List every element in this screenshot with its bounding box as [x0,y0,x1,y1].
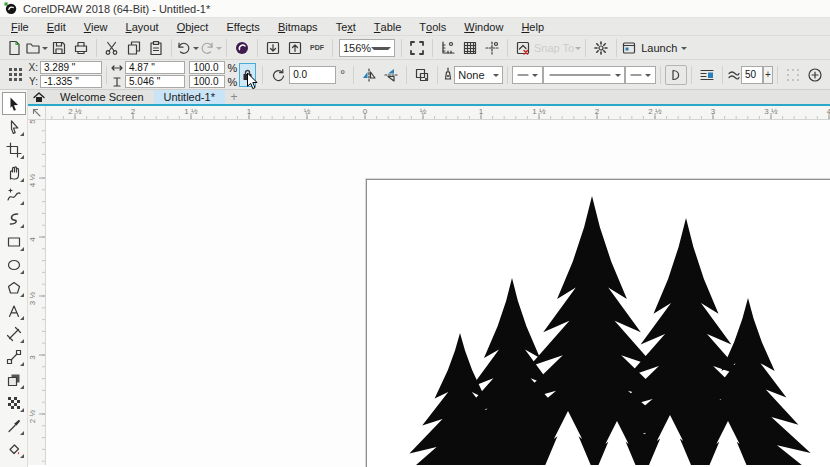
publish-pdf-button[interactable]: PDF [306,37,328,59]
object-width-field[interactable]: 4.87 " [125,61,185,74]
tool-text[interactable] [2,299,26,322]
end-arrowhead-caret[interactable] [645,74,651,80]
paste-button[interactable] [145,37,167,59]
print-button[interactable] [70,37,92,59]
options-button[interactable] [590,37,612,59]
object-height-field[interactable]: 5.046 " [125,75,185,88]
tool-pick[interactable] [2,92,26,115]
svg-text:3 ½: 3 ½ [764,107,778,116]
scale-y-field[interactable]: 100.0 [189,75,225,88]
copy-button[interactable] [123,37,145,59]
outline-width-select[interactable]: None [454,66,503,84]
line-style-caret[interactable] [615,74,621,80]
tool-artistic-media[interactable] [2,207,26,230]
undo-button[interactable] [176,37,199,59]
tool-interactive-fill[interactable] [2,437,26,460]
menu-text[interactable]: Text [327,18,365,35]
svg-text:2 ½: 2 ½ [648,107,662,116]
fullscreen-preview-button[interactable] [406,37,428,59]
tool-shape[interactable] [2,115,26,138]
ruler-origin-button[interactable] [28,106,46,119]
toolbar-separator [257,39,258,57]
menu-tools[interactable]: Tools [410,18,455,35]
outline-width-caret[interactable] [493,74,499,80]
menu-help[interactable]: Help [512,18,553,35]
document-area: Welcome Screen Untitled-1* + 2 ½21 ½1½0½… [28,90,830,467]
mirror-vertical-button[interactable] [380,64,402,86]
new-document-button[interactable] [3,37,25,59]
launch-caret[interactable] [681,47,687,53]
menu-table[interactable]: Table [365,18,411,35]
new-tab-button[interactable]: + [225,90,243,104]
save-button[interactable] [48,37,70,59]
menu-object[interactable]: Object [168,18,218,35]
tool-crop[interactable] [2,138,26,161]
horizontal-ruler[interactable]: 2 ½21 ½1½0½11 ½22 ½33 ½4 [46,106,830,119]
perspective-button[interactable] [782,64,804,86]
close-curve-button[interactable] [665,65,687,85]
tool-transparency[interactable] [2,391,26,414]
cut-button[interactable] [101,37,123,59]
redo-caret[interactable] [216,47,222,53]
tool-connector[interactable] [2,345,26,368]
tool-freehand[interactable] [2,184,26,207]
export-button[interactable] [284,37,306,59]
menu-effects[interactable]: Effects [217,18,268,35]
vertical-ruler[interactable]: 54 ½43 ½32 ½2 [28,120,46,465]
show-rulers-button[interactable] [437,37,459,59]
search-content-button[interactable] [231,37,253,59]
launch-button[interactable]: Launch [621,37,687,59]
x-position-field[interactable]: 3.289 " [40,61,102,74]
line-style-select[interactable] [543,66,625,84]
tool-pan[interactable] [2,161,26,184]
menu-window[interactable]: Window [455,18,512,35]
menu-bitmaps[interactable]: Bitmaps [269,18,327,35]
show-guidelines-button[interactable] [481,37,503,59]
rotation-icon [267,64,289,86]
start-arrowhead-caret[interactable] [532,74,538,80]
menu-edit[interactable]: Edit [38,18,75,35]
svg-text:1 ½: 1 ½ [184,107,198,116]
combine-button[interactable] [411,64,433,86]
tool-drop-shadow[interactable] [2,368,26,391]
propbar-separator [106,66,107,84]
smoothing-stepper[interactable]: + [763,66,773,84]
drawing-canvas[interactable] [46,120,830,467]
svg-text:3: 3 [28,355,37,360]
end-arrowhead-select[interactable] [625,66,656,84]
object-position-icon [7,66,25,84]
scale-x-field[interactable]: 100.0 [189,61,225,74]
snap-to-dropdown[interactable]: Snap To [534,37,581,59]
text-wrap-button[interactable] [696,64,718,86]
menu-file[interactable]: File [2,18,38,35]
start-arrowhead-icon [516,71,530,79]
add-preset-button[interactable] [804,64,826,86]
snap-off-button[interactable] [512,37,534,59]
main-area: Welcome Screen Untitled-1* + 2 ½21 ½1½0½… [0,90,830,467]
y-position-field[interactable]: -1.335 " [40,75,102,88]
import-button[interactable] [262,37,284,59]
pine-trees-artwork[interactable] [46,120,830,465]
tool-ellipse[interactable] [2,253,26,276]
menu-view[interactable]: View [75,18,117,35]
tab-untitled-1[interactable]: Untitled-1* [154,90,225,104]
show-grid-button[interactable] [459,37,481,59]
redo-button[interactable] [199,37,222,59]
zoom-level-select[interactable]: 156% [339,39,395,57]
zoom-level-caret[interactable] [371,47,391,53]
home-tab-button[interactable] [28,90,50,104]
start-arrowhead-select[interactable] [512,66,543,84]
tool-rectangle[interactable] [2,230,26,253]
angle-field[interactable]: 0.0 [289,66,336,84]
smoothing-icon [727,67,741,83]
open-button[interactable] [25,37,48,59]
tool-eyedropper[interactable] [2,414,26,437]
tool-polygon[interactable] [2,276,26,299]
mirror-horizontal-button[interactable] [358,64,380,86]
tab-welcome-screen[interactable]: Welcome Screen [50,90,154,104]
mouse-cursor [246,72,260,92]
menu-layout[interactable]: Layout [117,18,168,35]
snap-to-caret[interactable] [575,47,581,53]
smoothing-field[interactable]: 50 [741,66,763,84]
tool-dimension[interactable] [2,322,26,345]
